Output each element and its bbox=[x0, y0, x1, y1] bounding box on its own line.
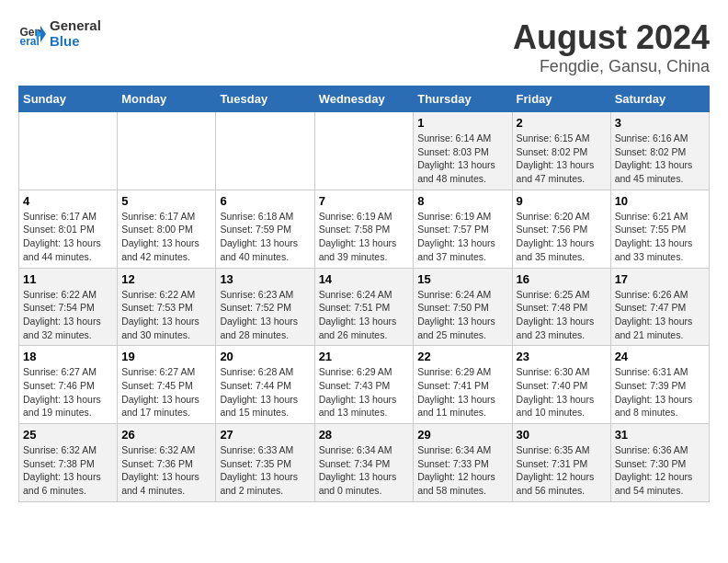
day-info: Sunrise: 6:32 AM Sunset: 7:38 PM Dayligh… bbox=[23, 443, 113, 498]
weekday-header-thursday: Thursday bbox=[414, 86, 512, 112]
calendar-cell: 24Sunrise: 6:31 AM Sunset: 7:39 PM Dayli… bbox=[610, 346, 709, 424]
day-info: Sunrise: 6:16 AM Sunset: 8:02 PM Dayligh… bbox=[615, 132, 705, 186]
title-area: August 2024 Fengdie, Gansu, China bbox=[513, 18, 710, 76]
day-number: 21 bbox=[319, 350, 410, 363]
calendar-cell: 15Sunrise: 6:24 AM Sunset: 7:50 PM Dayli… bbox=[414, 268, 512, 346]
day-number: 18 bbox=[23, 350, 113, 363]
day-number: 24 bbox=[615, 350, 705, 363]
calendar-cell: 26Sunrise: 6:32 AM Sunset: 7:36 PM Dayli… bbox=[118, 424, 216, 502]
calendar-cell bbox=[314, 112, 414, 190]
day-number: 2 bbox=[517, 116, 607, 130]
logo: Gen eral General Blue bbox=[18, 18, 101, 49]
calendar-cell: 11Sunrise: 6:22 AM Sunset: 7:54 PM Dayli… bbox=[19, 268, 118, 346]
calendar-cell: 30Sunrise: 6:35 AM Sunset: 7:31 PM Dayli… bbox=[512, 424, 610, 502]
calendar-cell: 12Sunrise: 6:22 AM Sunset: 7:53 PM Dayli… bbox=[118, 268, 216, 346]
day-number: 6 bbox=[220, 194, 310, 208]
day-number: 3 bbox=[615, 116, 705, 130]
day-info: Sunrise: 6:29 AM Sunset: 7:43 PM Dayligh… bbox=[319, 365, 410, 419]
day-number: 11 bbox=[23, 272, 113, 286]
calendar-cell bbox=[118, 112, 216, 190]
week-row-5: 25Sunrise: 6:32 AM Sunset: 7:38 PM Dayli… bbox=[19, 424, 710, 502]
calendar-cell: 16Sunrise: 6:25 AM Sunset: 7:48 PM Dayli… bbox=[512, 268, 610, 346]
week-row-3: 11Sunrise: 6:22 AM Sunset: 7:54 PM Dayli… bbox=[19, 268, 710, 346]
day-info: Sunrise: 6:35 AM Sunset: 7:31 PM Dayligh… bbox=[517, 443, 607, 498]
day-info: Sunrise: 6:17 AM Sunset: 8:01 PM Dayligh… bbox=[23, 210, 113, 264]
day-info: Sunrise: 6:27 AM Sunset: 7:46 PM Dayligh… bbox=[23, 365, 113, 419]
day-info: Sunrise: 6:22 AM Sunset: 7:54 PM Dayligh… bbox=[23, 288, 113, 342]
weekday-header-saturday: Saturday bbox=[610, 86, 709, 112]
day-info: Sunrise: 6:29 AM Sunset: 7:41 PM Dayligh… bbox=[417, 365, 507, 419]
calendar-cell: 19Sunrise: 6:27 AM Sunset: 7:45 PM Dayli… bbox=[118, 346, 216, 424]
day-number: 23 bbox=[517, 350, 607, 363]
day-info: Sunrise: 6:24 AM Sunset: 7:50 PM Dayligh… bbox=[417, 288, 507, 342]
calendar-cell: 17Sunrise: 6:26 AM Sunset: 7:47 PM Dayli… bbox=[610, 268, 709, 346]
weekday-header-friday: Friday bbox=[512, 86, 610, 112]
day-info: Sunrise: 6:17 AM Sunset: 8:00 PM Dayligh… bbox=[121, 210, 211, 264]
day-info: Sunrise: 6:27 AM Sunset: 7:45 PM Dayligh… bbox=[121, 365, 211, 419]
calendar-cell: 3Sunrise: 6:16 AM Sunset: 8:02 PM Daylig… bbox=[610, 112, 709, 190]
day-info: Sunrise: 6:18 AM Sunset: 7:59 PM Dayligh… bbox=[220, 210, 310, 264]
day-info: Sunrise: 6:15 AM Sunset: 8:02 PM Dayligh… bbox=[517, 132, 607, 186]
calendar-cell: 31Sunrise: 6:36 AM Sunset: 7:30 PM Dayli… bbox=[610, 424, 709, 502]
day-info: Sunrise: 6:24 AM Sunset: 7:51 PM Dayligh… bbox=[319, 288, 410, 342]
week-row-1: 1Sunrise: 6:14 AM Sunset: 8:03 PM Daylig… bbox=[19, 112, 710, 190]
day-info: Sunrise: 6:19 AM Sunset: 7:57 PM Dayligh… bbox=[417, 210, 507, 264]
day-info: Sunrise: 6:34 AM Sunset: 7:34 PM Dayligh… bbox=[319, 443, 410, 498]
day-info: Sunrise: 6:19 AM Sunset: 7:58 PM Dayligh… bbox=[319, 210, 410, 264]
calendar-cell: 20Sunrise: 6:28 AM Sunset: 7:44 PM Dayli… bbox=[216, 346, 314, 424]
calendar-table: SundayMondayTuesdayWednesdayThursdayFrid… bbox=[18, 86, 710, 502]
day-number: 31 bbox=[615, 428, 705, 442]
weekday-header-monday: Monday bbox=[118, 86, 216, 112]
calendar-subtitle: Fengdie, Gansu, China bbox=[513, 57, 710, 76]
calendar-cell: 23Sunrise: 6:30 AM Sunset: 7:40 PM Dayli… bbox=[512, 346, 610, 424]
day-number: 4 bbox=[23, 194, 113, 208]
calendar-cell: 9Sunrise: 6:20 AM Sunset: 7:56 PM Daylig… bbox=[512, 190, 610, 268]
day-info: Sunrise: 6:36 AM Sunset: 7:30 PM Dayligh… bbox=[615, 443, 705, 498]
day-number: 25 bbox=[23, 428, 113, 442]
day-number: 14 bbox=[319, 272, 410, 286]
day-number: 10 bbox=[615, 194, 705, 208]
day-number: 28 bbox=[319, 428, 410, 442]
weekday-header-tuesday: Tuesday bbox=[216, 86, 314, 112]
day-number: 7 bbox=[319, 194, 410, 208]
calendar-cell: 7Sunrise: 6:19 AM Sunset: 7:58 PM Daylig… bbox=[314, 190, 414, 268]
calendar-cell: 1Sunrise: 6:14 AM Sunset: 8:03 PM Daylig… bbox=[414, 112, 512, 190]
day-info: Sunrise: 6:34 AM Sunset: 7:33 PM Dayligh… bbox=[417, 443, 507, 498]
day-info: Sunrise: 6:31 AM Sunset: 7:39 PM Dayligh… bbox=[615, 365, 705, 419]
page-header: Gen eral General Blue August 2024 Fengdi… bbox=[18, 18, 710, 76]
weekday-header-wednesday: Wednesday bbox=[314, 86, 414, 112]
calendar-cell: 29Sunrise: 6:34 AM Sunset: 7:33 PM Dayli… bbox=[414, 424, 512, 502]
day-number: 9 bbox=[517, 194, 607, 208]
day-number: 5 bbox=[121, 194, 211, 208]
day-number: 27 bbox=[220, 428, 310, 442]
day-number: 13 bbox=[220, 272, 310, 286]
calendar-cell: 2Sunrise: 6:15 AM Sunset: 8:02 PM Daylig… bbox=[512, 112, 610, 190]
calendar-cell: 4Sunrise: 6:17 AM Sunset: 8:01 PM Daylig… bbox=[19, 190, 118, 268]
day-info: Sunrise: 6:28 AM Sunset: 7:44 PM Dayligh… bbox=[220, 365, 310, 419]
day-info: Sunrise: 6:20 AM Sunset: 7:56 PM Dayligh… bbox=[517, 210, 607, 264]
day-info: Sunrise: 6:33 AM Sunset: 7:35 PM Dayligh… bbox=[220, 443, 310, 498]
day-info: Sunrise: 6:32 AM Sunset: 7:36 PM Dayligh… bbox=[121, 443, 211, 498]
weekday-header-sunday: Sunday bbox=[19, 86, 118, 112]
week-row-4: 18Sunrise: 6:27 AM Sunset: 7:46 PM Dayli… bbox=[19, 346, 710, 424]
day-info: Sunrise: 6:23 AM Sunset: 7:52 PM Dayligh… bbox=[220, 288, 310, 342]
calendar-cell: 8Sunrise: 6:19 AM Sunset: 7:57 PM Daylig… bbox=[414, 190, 512, 268]
day-number: 12 bbox=[121, 272, 211, 286]
calendar-title: August 2024 bbox=[513, 18, 710, 57]
weekday-header-row: SundayMondayTuesdayWednesdayThursdayFrid… bbox=[19, 86, 710, 112]
day-number: 17 bbox=[615, 272, 705, 286]
day-number: 22 bbox=[417, 350, 507, 363]
day-info: Sunrise: 6:21 AM Sunset: 7:55 PM Dayligh… bbox=[615, 210, 705, 264]
day-number: 19 bbox=[121, 350, 211, 363]
day-number: 29 bbox=[417, 428, 507, 442]
logo-blue-text: Blue bbox=[50, 34, 101, 50]
day-number: 1 bbox=[417, 116, 507, 130]
calendar-cell: 27Sunrise: 6:33 AM Sunset: 7:35 PM Dayli… bbox=[216, 424, 314, 502]
day-number: 30 bbox=[517, 428, 607, 442]
day-number: 8 bbox=[417, 194, 507, 208]
day-info: Sunrise: 6:14 AM Sunset: 8:03 PM Dayligh… bbox=[417, 132, 507, 186]
calendar-cell: 25Sunrise: 6:32 AM Sunset: 7:38 PM Dayli… bbox=[19, 424, 118, 502]
day-info: Sunrise: 6:26 AM Sunset: 7:47 PM Dayligh… bbox=[615, 288, 705, 342]
day-number: 20 bbox=[220, 350, 310, 363]
day-info: Sunrise: 6:22 AM Sunset: 7:53 PM Dayligh… bbox=[121, 288, 211, 342]
